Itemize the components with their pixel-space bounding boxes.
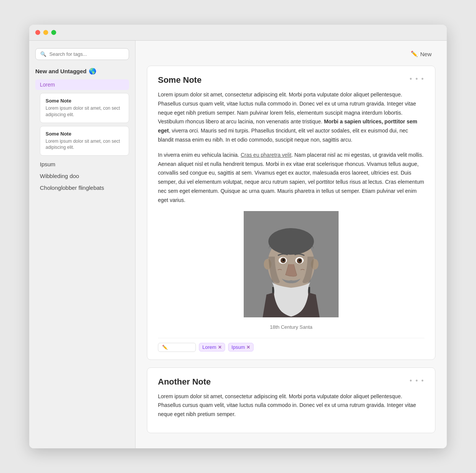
note-2-paragraph-1: Lorem ipsum dolor sit amet, consectetur … [158,392,424,419]
note-link[interactable]: Cras eu pharetra velit [241,152,292,158]
note-footer-1: ✏️ Lorem ✕ Ipsum ✕ [158,338,424,352]
note-article-1: Some Note • • • Lorem ipsum dolor sit am… [147,66,435,359]
tag-chip-ipsum-remove[interactable]: ✕ [246,345,250,350]
tag-input-icon: ✏️ [162,345,168,350]
note-article-2-body: Lorem ipsum dolor sit amet, consectetur … [158,392,424,419]
sidebar-tag-cholonglobber[interactable]: Cholonglobber flinglebats [35,182,129,193]
tag-chip-ipsum: Ipsum ✕ [228,343,254,352]
note-article-1-title: Some Note [158,75,202,85]
tag-chip-lorem-label: Lorem [202,344,216,350]
note-card-1-title: Some Note [46,98,123,104]
search-icon: 🔍 [40,51,46,57]
app-window: 🔍 New and Untagged 🌎 Lorem Some Note Lor… [29,25,447,448]
note-article-2-header: Another Note • • • [158,377,424,387]
note-image-container: 18th Century Santa [158,211,424,332]
sidebar-tag-wibbleding[interactable]: Wibbleding doo [35,170,129,181]
new-button-icon: ✏️ [411,50,418,57]
note-article-1-header: Some Note • • • [158,75,424,85]
search-box[interactable]: 🔍 [35,48,129,60]
main-content: ✏️ New Some Note • • • Lorem ipsum dolor… [136,41,447,448]
search-input[interactable] [49,51,124,57]
tag-input[interactable]: ✏️ [158,343,196,352]
minimize-button[interactable] [43,30,48,35]
titlebar [29,25,447,41]
note-article-1-body: Lorem ipsum dolor sit amet, consectetur … [158,90,424,331]
note-card-1[interactable]: Some Note Lorem ipsum dolor sit amet, co… [40,93,129,123]
section-header-emoji: 🌎 [89,68,96,75]
note-article-2-title: Another Note [158,377,211,387]
svg-point-13 [299,259,301,262]
note-card-1-preview: Lorem ipsum dolor sit amet, con sect adi… [46,105,123,118]
note-card-2-title: Some Note [46,131,123,137]
maximize-button[interactable] [51,30,56,35]
new-button[interactable]: ✏️ New [407,48,435,60]
app-body: 🔍 New and Untagged 🌎 Lorem Some Note Lor… [29,41,447,448]
sidebar-tag-lorem[interactable]: Lorem [35,79,129,90]
toolbar: ✏️ New [147,48,435,60]
sidebar-tag-ipsum[interactable]: Ipsum [35,159,129,170]
tag-chip-lorem-remove[interactable]: ✕ [218,345,222,350]
note-card-2-preview: Lorem ipsum dolor sit amet, con sect adi… [46,138,123,151]
sidebar: 🔍 New and Untagged 🌎 Lorem Some Note Lor… [29,41,136,448]
section-header: New and Untagged 🌎 [35,68,129,75]
close-button[interactable] [35,30,40,35]
tag-chip-lorem: Lorem ✕ [199,343,225,352]
new-button-label: New [420,51,432,57]
section-header-text: New and Untagged [35,68,87,74]
bold-text-1: Morbi a sapien ultrices, porttitor sem e… [158,118,417,134]
note-options-button[interactable]: • • • [410,75,424,83]
note-paragraph-1: Lorem ipsum dolor sit amet, consectetur … [158,90,424,145]
note-card-2[interactable]: Some Note Lorem ipsum dolor sit amet, co… [40,126,129,156]
note-2-options-button[interactable]: • • • [410,377,424,385]
tag-chip-ipsum-label: Ipsum [232,344,245,350]
image-caption: 18th Century Santa [158,323,424,331]
note-image [244,211,339,317]
note-article-2: Another Note • • • Lorem ipsum dolor sit… [147,367,435,433]
svg-point-12 [282,259,285,261]
note-paragraph-2: In viverra enim eu vehicula lacinia. Cra… [158,151,424,205]
